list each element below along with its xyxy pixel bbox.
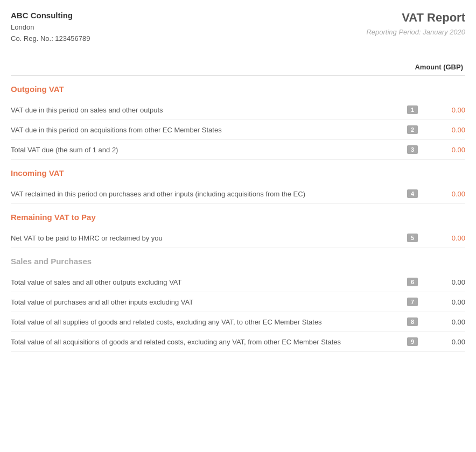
line-right: 40.00 [379, 189, 465, 198]
line-desc: Total value of sales and all other outpu… [11, 278, 379, 286]
line-amount: 0.00 [422, 234, 465, 242]
line-desc: VAT reclaimed in this period on purchase… [11, 190, 379, 198]
line-item: VAT reclaimed in this period on purchase… [11, 184, 465, 204]
line-right: 90.00 [379, 337, 465, 346]
line-badge: 1 [407, 105, 418, 114]
line-right: 70.00 [379, 298, 465, 306]
company-address: London [11, 23, 90, 31]
line-amount: 0.00 [422, 298, 465, 306]
company-name: ABC Consulting [11, 11, 90, 20]
line-amount: 0.00 [422, 146, 465, 154]
line-amount: 0.00 [422, 318, 465, 326]
line-desc: Total value of purchases and all other i… [11, 298, 379, 306]
line-desc: Net VAT to be paid to HMRC or reclaimed … [11, 234, 379, 242]
line-badge: 8 [407, 317, 418, 326]
line-amount: 0.00 [422, 126, 465, 134]
line-badge: 5 [407, 234, 418, 242]
company-info: ABC Consulting London Co. Reg. No.: 1234… [11, 11, 90, 43]
line-desc: Total value of all supplies of goods and… [11, 318, 379, 326]
line-badge: 6 [407, 278, 418, 286]
line-item: Total value of purchases and all other i… [11, 292, 465, 312]
section-title-outgoing-vat: Outgoing VAT [11, 84, 465, 94]
line-desc: Total value of all acquisitions of goods… [11, 338, 379, 346]
line-desc: VAT due in this period on acquisitions f… [11, 126, 379, 134]
line-badge: 3 [407, 145, 418, 154]
line-right: 30.00 [379, 145, 465, 154]
sections-container: Outgoing VATVAT due in this period on sa… [11, 84, 465, 352]
line-item: VAT due in this period on acquisitions f… [11, 120, 465, 140]
line-badge: 2 [407, 125, 418, 134]
section-title-remaining-vat: Remaining VAT to Pay [11, 213, 465, 222]
line-item: VAT due in this period on sales and othe… [11, 100, 465, 120]
line-amount: 0.00 [422, 338, 465, 346]
line-right: 80.00 [379, 317, 465, 326]
line-badge: 4 [407, 189, 418, 198]
line-amount: 0.00 [422, 278, 465, 286]
amount-header-label: Amount (GBP) [379, 63, 465, 71]
line-desc: Total VAT due (the sum of 1 and 2) [11, 146, 379, 154]
line-badge: 7 [407, 298, 418, 306]
section-title-incoming-vat: Incoming VAT [11, 168, 465, 178]
report-period: Reporting Period: January 2020 [366, 28, 465, 36]
section-title-sales-purchases: Sales and Purchases [11, 257, 465, 266]
line-badge: 9 [407, 337, 418, 346]
company-reg: Co. Reg. No.: 123456789 [11, 34, 90, 43]
report-title: VAT Report [366, 11, 465, 25]
report-info: VAT Report Reporting Period: January 202… [366, 11, 465, 36]
header-section: ABC Consulting London Co. Reg. No.: 1234… [11, 11, 465, 43]
line-amount: 0.00 [422, 106, 465, 114]
line-item: Total value of sales and all other outpu… [11, 272, 465, 292]
line-desc: VAT due in this period on sales and othe… [11, 106, 379, 114]
line-right: 60.00 [379, 278, 465, 286]
line-right: 20.00 [379, 125, 465, 134]
line-item: Total value of all supplies of goods and… [11, 312, 465, 332]
line-amount: 0.00 [422, 190, 465, 198]
amount-header: Amount (GBP) [11, 59, 465, 76]
line-right: 50.00 [379, 234, 465, 242]
line-item: Total value of all acquisitions of goods… [11, 332, 465, 352]
page: ABC Consulting London Co. Reg. No.: 1234… [0, 0, 476, 452]
line-item: Total VAT due (the sum of 1 and 2)30.00 [11, 140, 465, 160]
line-item: Net VAT to be paid to HMRC or reclaimed … [11, 228, 465, 248]
line-right: 10.00 [379, 105, 465, 114]
